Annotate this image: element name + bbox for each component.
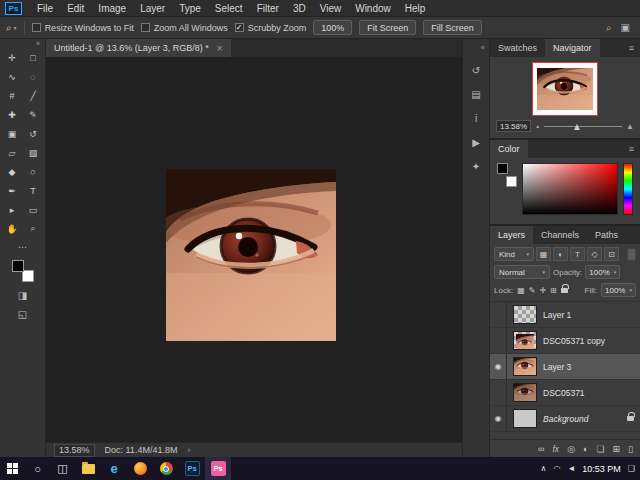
blend-mode-dropdown[interactable]: Normal ▾: [494, 265, 550, 279]
quick-selection-tool[interactable]: ◌: [23, 67, 44, 86]
lock-pixels-button[interactable]: ✎: [529, 286, 536, 295]
lock-position-button[interactable]: ✛: [539, 286, 546, 295]
menu-image[interactable]: Image: [91, 0, 133, 17]
menu-type[interactable]: Type: [172, 0, 208, 17]
zoom-out-icon[interactable]: ▲: [535, 123, 540, 129]
lock-artboard-button[interactable]: ⊞: [550, 286, 557, 295]
gradient-tool[interactable]: ▧: [23, 143, 44, 162]
lock-all-button[interactable]: [561, 288, 568, 293]
eraser-tool[interactable]: ▱: [2, 143, 23, 162]
history-brush-tool[interactable]: ↺: [23, 124, 44, 143]
status-zoom-field[interactable]: 13.58%: [54, 444, 95, 457]
new-adjustment-layer-button[interactable]: ◐: [583, 444, 588, 454]
new-layer-button[interactable]: ⊞: [613, 444, 621, 454]
task-view-button[interactable]: ◫: [50, 457, 75, 480]
menu-edit[interactable]: Edit: [60, 0, 91, 17]
layer-thumbnail[interactable]: [513, 357, 537, 376]
foreground-color-swatch[interactable]: [497, 163, 508, 174]
screen-mode-button[interactable]: ◱: [18, 309, 27, 320]
tab-color[interactable]: Color: [490, 140, 528, 158]
kind-filter-dropdown[interactable]: Kind ▾: [494, 247, 534, 261]
navigator-proxy-view[interactable]: [533, 63, 597, 115]
info-panel-button[interactable]: i: [475, 113, 477, 124]
clone-stamp-tool[interactable]: ▣: [2, 124, 23, 143]
taskbar-firefox[interactable]: [127, 457, 153, 480]
search-button[interactable]: ○: [25, 457, 50, 480]
tab-paths[interactable]: Paths: [587, 226, 626, 244]
add-layer-mask-button[interactable]: ◎: [567, 444, 575, 454]
menu-window[interactable]: Window: [348, 0, 398, 17]
filter-adjustment-layers-button[interactable]: ◐: [553, 247, 568, 261]
taskbar-photoshop[interactable]: Ps: [179, 457, 205, 480]
panel-menu-icon[interactable]: ≡: [623, 39, 640, 57]
hand-tool[interactable]: ✋: [2, 219, 23, 238]
lasso-tool[interactable]: ∿: [2, 67, 23, 86]
visibility-toggle[interactable]: [490, 302, 507, 327]
start-button[interactable]: [0, 457, 25, 480]
filter-shape-layers-button[interactable]: ◇: [587, 247, 602, 261]
tab-layers[interactable]: Layers: [490, 226, 533, 244]
hidden-icons-chevron[interactable]: ∧: [541, 464, 547, 473]
status-menu-chevron[interactable]: ›: [187, 445, 190, 455]
document-tab[interactable]: Untitled-1 @ 13.6% (Layer 3, RGB/8) * ×: [46, 39, 231, 57]
history-panel-button[interactable]: ↺: [472, 65, 480, 76]
zoom-in-icon[interactable]: ▲: [626, 122, 634, 131]
blur-tool[interactable]: ◆: [2, 162, 23, 181]
new-group-button[interactable]: ❏: [596, 444, 604, 454]
path-selection-tool[interactable]: ▸: [2, 200, 23, 219]
canvas[interactable]: [46, 57, 462, 442]
taskbar-photoshop-active[interactable]: Ps: [205, 457, 231, 480]
menu-view[interactable]: View: [313, 0, 349, 17]
menu-3d[interactable]: 3D: [286, 0, 313, 17]
slider-thumb[interactable]: [574, 124, 580, 130]
background-color-swatch[interactable]: [506, 176, 517, 187]
network-icon[interactable]: ◠: [553, 464, 560, 473]
layer-thumbnail[interactable]: [513, 305, 537, 324]
edit-toolbar-button[interactable]: ⋯: [18, 242, 27, 252]
dodge-tool[interactable]: ○: [23, 162, 44, 181]
link-layers-button[interactable]: ∞: [538, 444, 544, 454]
tab-navigator[interactable]: Navigator: [545, 39, 600, 57]
actions-panel-button[interactable]: ▶: [472, 137, 480, 148]
canvas-artwork[interactable]: [166, 169, 336, 341]
menu-filter[interactable]: Filter: [250, 0, 286, 17]
zoom-tool[interactable]: ⌕: [23, 219, 44, 238]
taskbar-clock[interactable]: 10:53 PM: [582, 464, 621, 474]
taskbar-edge[interactable]: e: [101, 457, 127, 480]
quick-mask-button[interactable]: ◨: [18, 290, 27, 301]
opacity-field[interactable]: 100% ▾: [585, 265, 620, 279]
brush-settings-panel-button[interactable]: ✦: [472, 161, 480, 172]
pen-tool[interactable]: ✒: [2, 181, 23, 200]
filter-type-layers-button[interactable]: T: [570, 247, 585, 261]
expand-panels-button[interactable]: «: [481, 43, 489, 52]
layer-row[interactable]: Layer 1: [490, 302, 640, 328]
resize-windows-checkbox[interactable]: Resize Windows to Fit: [32, 23, 134, 33]
fill-field[interactable]: 100% ▾: [601, 283, 636, 297]
tab-swatches[interactable]: Swatches: [490, 39, 545, 57]
zoom-all-windows-checkbox[interactable]: Zoom All Windows: [141, 23, 228, 33]
tab-channels[interactable]: Channels: [533, 226, 587, 244]
visibility-toggle[interactable]: ◉: [490, 354, 507, 379]
layer-thumbnail[interactable]: [513, 409, 537, 428]
fit-screen-button[interactable]: Fit Screen: [359, 20, 416, 35]
filter-toggle[interactable]: [627, 248, 636, 261]
menu-file[interactable]: File: [30, 0, 60, 17]
properties-panel-button[interactable]: ▤: [471, 89, 480, 100]
foreground-color-swatch[interactable]: [12, 260, 24, 272]
layer-row[interactable]: ◉ Background: [490, 406, 640, 432]
navigator-zoom-slider[interactable]: [544, 126, 622, 127]
brush-tool[interactable]: ✎: [23, 105, 44, 124]
lock-transparent-button[interactable]: ▦: [517, 286, 525, 295]
crop-tool[interactable]: #: [2, 86, 23, 105]
volume-icon[interactable]: ◄: [567, 464, 575, 473]
menu-layer[interactable]: Layer: [133, 0, 172, 17]
fill-screen-button[interactable]: Fill Screen: [423, 20, 482, 35]
rectangle-tool[interactable]: ▭: [23, 200, 44, 219]
layer-styles-button[interactable]: fx: [553, 444, 560, 454]
search-icon[interactable]: ⌕: [606, 22, 612, 34]
layer-row-selected[interactable]: ◉ Layer 3: [490, 354, 640, 380]
zoom-percent-field[interactable]: 100%: [313, 20, 352, 35]
visibility-toggle[interactable]: [490, 380, 507, 405]
hue-slider[interactable]: [623, 163, 633, 215]
menu-help[interactable]: Help: [398, 0, 433, 17]
